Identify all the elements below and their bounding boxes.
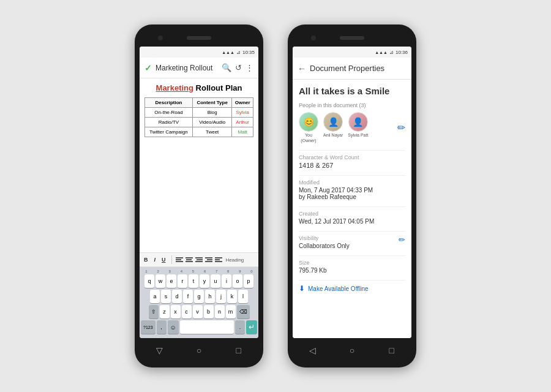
- phone-1-nav-bar: ▽ ○ □: [140, 341, 258, 360]
- phone-2: ▲▲▲ ⊿ 10:36 ← Document Properties All it…: [288, 24, 416, 368]
- key-j[interactable]: j: [216, 290, 226, 303]
- field-label-char: Character & Word Count: [299, 154, 405, 160]
- content-table: Description Content Type Owner On-the-Ro…: [144, 97, 253, 137]
- divider-4: [299, 231, 405, 232]
- status-signal-2: ▲▲▲: [375, 50, 388, 55]
- num-0: 0: [247, 270, 257, 273]
- search-icon[interactable]: 🔍: [222, 63, 231, 72]
- row3-owner: Matt: [232, 127, 253, 137]
- recents-button-2[interactable]: □: [386, 344, 398, 356]
- people-edit-icon[interactable]: ✏: [397, 122, 405, 134]
- number-hints-row: 1 2 3 4 5 6 7 8 9 0: [141, 270, 257, 273]
- key-t[interactable]: t: [189, 274, 198, 288]
- field-char-count: Character & Word Count 1418 & 267: [299, 154, 405, 169]
- history-icon[interactable]: ↺: [235, 63, 242, 72]
- enter-key[interactable]: ↵: [246, 320, 257, 334]
- field-value-created: Wed, 12 Jul 2017 04:05 PM: [299, 218, 405, 225]
- field-created: Created Wed, 12 Jul 2017 04:05 PM: [299, 211, 405, 225]
- field-value-size: 795.79 Kb: [299, 267, 405, 274]
- key-c[interactable]: c: [182, 305, 192, 318]
- key-q[interactable]: q: [144, 274, 154, 288]
- key-f[interactable]: f: [183, 290, 193, 303]
- key-x[interactable]: x: [171, 305, 181, 318]
- col-description: Description: [145, 98, 193, 108]
- field-size: Size 795.79 Kb: [299, 260, 405, 274]
- emoji-key[interactable]: ☺: [168, 320, 179, 334]
- align-left-icon[interactable]: [176, 257, 183, 263]
- back-arrow-icon[interactable]: ←: [298, 64, 306, 74]
- home-button-1[interactable]: ○: [193, 344, 205, 356]
- key-k[interactable]: k: [227, 290, 237, 303]
- key-z[interactable]: z: [160, 305, 170, 318]
- check-icon[interactable]: ✓: [144, 63, 152, 73]
- toolbar-separator: [171, 255, 172, 264]
- comma-key[interactable]: ,: [157, 320, 167, 334]
- home-button-2[interactable]: ○: [346, 344, 358, 356]
- row1-owner: Sylvia: [232, 108, 253, 118]
- row3-type: Tweet: [192, 127, 231, 137]
- space-key[interactable]: [180, 320, 234, 334]
- visibility-edit-icon[interactable]: ✏: [399, 235, 405, 244]
- key-w[interactable]: w: [156, 274, 165, 288]
- period-key[interactable]: .: [235, 320, 245, 334]
- keyboard-row-2: a s d f g h j k l: [141, 290, 257, 303]
- key-p[interactable]: p: [244, 274, 253, 288]
- field-value-modified-date: Mon, 7 Aug 2017 04:33 PM: [299, 187, 405, 194]
- doc-props-toolbar: ← Document Properties: [293, 58, 411, 80]
- num-8: 8: [223, 270, 233, 273]
- app-toolbar-1: ✓ Marketing Rollout 🔍 ↺ ⋮: [140, 58, 258, 78]
- heading-label[interactable]: Heading: [226, 257, 244, 263]
- divider-6: [299, 280, 405, 281]
- overflow-menu-icon[interactable]: ⋮: [246, 63, 253, 72]
- field-label-size: Size: [299, 260, 405, 266]
- key-m[interactable]: m: [226, 305, 236, 318]
- italic-button[interactable]: I: [152, 256, 158, 263]
- offline-button[interactable]: ⬇ Make Available Offline: [299, 284, 405, 293]
- avatar-face-you: 😊: [299, 113, 318, 131]
- avatar-you: 😊 You (Owner): [299, 112, 318, 143]
- format-toolbar: B I U: [140, 252, 258, 267]
- phone-1-top: [140, 32, 258, 44]
- key-e[interactable]: e: [167, 274, 176, 288]
- key-y[interactable]: y: [200, 274, 209, 288]
- divider-5: [299, 255, 405, 256]
- key-n[interactable]: n: [215, 305, 225, 318]
- key-l[interactable]: l: [238, 290, 248, 303]
- front-camera: [158, 36, 163, 40]
- key-v[interactable]: v: [193, 305, 203, 318]
- props-toolbar-title: Document Properties: [310, 64, 384, 73]
- phone-2-screen: ▲▲▲ ⊿ 10:36 ← Document Properties All it…: [293, 47, 411, 338]
- back-button-2[interactable]: ◁: [306, 344, 318, 356]
- align-center-icon[interactable]: [186, 257, 193, 263]
- field-visibility: Visibility Collaborators Only ✏: [299, 235, 405, 249]
- back-button-1[interactable]: ▽: [153, 344, 165, 356]
- key-b[interactable]: b: [204, 305, 214, 318]
- indent-icon[interactable]: [205, 257, 212, 263]
- recents-button-1[interactable]: □: [233, 344, 245, 356]
- shift-key[interactable]: ⇧: [149, 305, 159, 318]
- phone-2-nav-bar: ◁ ○ □: [293, 341, 411, 360]
- field-label-created: Created: [299, 211, 405, 217]
- avatar-circle-sylvia: 👤: [348, 112, 368, 132]
- row1-type: Blog: [192, 108, 231, 118]
- outdent-icon[interactable]: [215, 257, 222, 263]
- key-g[interactable]: g: [194, 290, 204, 303]
- key-i[interactable]: i: [222, 274, 231, 288]
- keyboard-row-4: ?123 , ☺ . ↵: [141, 320, 257, 334]
- underline-button[interactable]: U: [160, 256, 168, 263]
- avatar-name-you: You: [305, 133, 312, 137]
- align-right-icon[interactable]: [195, 257, 203, 263]
- key-u[interactable]: u: [211, 274, 220, 288]
- key-s[interactable]: s: [161, 290, 171, 303]
- numbers-switch-key[interactable]: ?123: [141, 320, 156, 334]
- key-d[interactable]: d: [172, 290, 182, 303]
- key-h[interactable]: h: [205, 290, 215, 303]
- key-r[interactable]: r: [178, 274, 187, 288]
- key-a[interactable]: a: [150, 290, 160, 303]
- key-o[interactable]: o: [233, 274, 242, 288]
- doc-content: Marketing Rollout Plan Description Conte…: [140, 78, 258, 252]
- avatar-circle-anil: 👤: [323, 112, 343, 132]
- num-2: 2: [153, 270, 163, 273]
- bold-button[interactable]: B: [142, 256, 150, 263]
- backspace-key[interactable]: ⌫: [237, 305, 250, 318]
